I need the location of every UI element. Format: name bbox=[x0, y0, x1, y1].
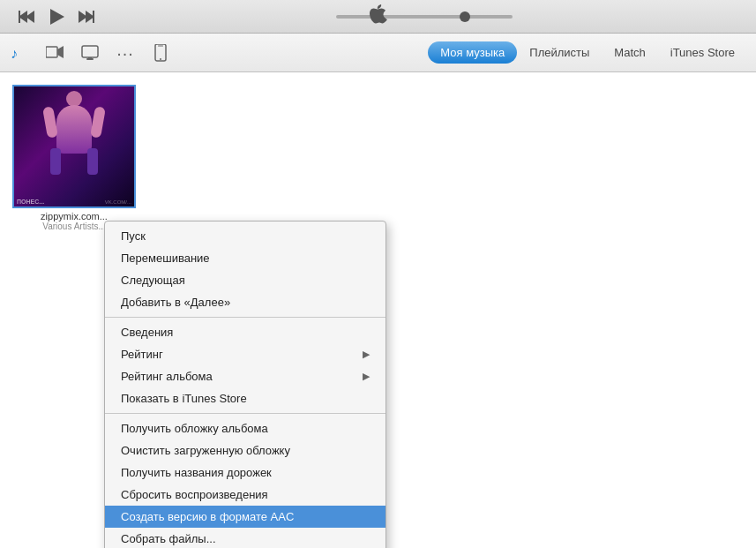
transport-controls bbox=[14, 3, 99, 31]
toolbar-icons: ♪ ··· bbox=[9, 42, 428, 64]
menu-item-next[interactable]: Следующая bbox=[105, 269, 385, 291]
menu-item-label: Пуск bbox=[121, 229, 146, 243]
menu-item-label: Создать версию в формате AAC bbox=[121, 510, 294, 523]
menu-item-shuffle[interactable]: Перемешивание bbox=[105, 247, 385, 269]
album-cover: ПОНЕС... VK.COM/... bbox=[12, 85, 136, 208]
menu-item-label: Перемешивание bbox=[121, 251, 210, 265]
context-menu: ПускПеремешиваниеСледующаяДобавить в «Да… bbox=[104, 221, 386, 548]
menu-item-label: Следующая bbox=[121, 274, 185, 287]
svg-rect-8 bbox=[46, 47, 57, 57]
svg-rect-11 bbox=[86, 58, 94, 60]
device-icon[interactable] bbox=[150, 42, 171, 64]
next-button[interactable] bbox=[74, 4, 99, 29]
submenu-arrow-icon: ▶ bbox=[363, 371, 370, 382]
menu-separator bbox=[105, 317, 385, 318]
progress-container bbox=[301, 15, 548, 19]
menu-item-show-itunes-store[interactable]: Показать в iTunes Store bbox=[105, 387, 385, 409]
svg-marker-9 bbox=[57, 46, 64, 58]
menu-item-label: Получить названия дорожек bbox=[121, 466, 272, 479]
nav-tabs: Моя музыка Плейлисты Match iTunes Store bbox=[428, 41, 747, 64]
menu-item-album-rating[interactable]: Рейтинг альбома▶ bbox=[105, 365, 385, 387]
menu-item-add-to-next[interactable]: Добавить в «Далее» bbox=[105, 291, 385, 313]
menu-item-clear-art[interactable]: Очистить загруженную обложку bbox=[105, 439, 385, 462]
menu-item-info[interactable]: Сведения bbox=[105, 321, 385, 343]
titlebar bbox=[0, 0, 756, 34]
svg-point-14 bbox=[160, 58, 161, 60]
menu-separator bbox=[105, 413, 385, 414]
menu-item-label: Очистить загруженную обложку bbox=[121, 444, 290, 457]
prev-button[interactable] bbox=[14, 4, 39, 29]
svg-rect-2 bbox=[19, 11, 20, 23]
svg-rect-6 bbox=[93, 11, 94, 23]
progress-track[interactable] bbox=[336, 15, 513, 19]
menu-item-rating[interactable]: Рейтинг▶ bbox=[105, 343, 385, 365]
menu-item-get-album-art[interactable]: Получить обложку альбома bbox=[105, 417, 385, 439]
tab-my-music[interactable]: Моя музыка bbox=[428, 41, 517, 64]
menu-item-reset-plays[interactable]: Сбросить воспроизведения bbox=[105, 484, 385, 506]
tab-match[interactable]: Match bbox=[602, 41, 657, 64]
menu-item-label: Сбросить воспроизведения bbox=[121, 488, 268, 501]
menu-item-label: Рейтинг bbox=[121, 348, 163, 361]
video-icon[interactable] bbox=[44, 42, 65, 64]
toolbar: ♪ ··· Моя музыка bbox=[0, 34, 756, 72]
submenu-arrow-icon: ▶ bbox=[363, 349, 370, 360]
more-icon[interactable]: ··· bbox=[115, 42, 136, 64]
menu-item-play[interactable]: Пуск bbox=[105, 225, 385, 247]
svg-rect-15 bbox=[158, 45, 163, 46]
tab-playlists[interactable]: Плейлисты bbox=[517, 41, 602, 64]
tv-icon[interactable] bbox=[79, 42, 101, 64]
menu-item-label: Показать в iTunes Store bbox=[121, 392, 247, 405]
svg-rect-12 bbox=[88, 57, 92, 58]
svg-rect-10 bbox=[82, 46, 98, 57]
menu-item-create-aac[interactable]: Создать версию в формате AAC bbox=[105, 506, 385, 528]
apple-logo bbox=[370, 4, 387, 28]
menu-item-collect-files[interactable]: Собрать файлы... bbox=[105, 528, 385, 548]
tab-itunes-store[interactable]: iTunes Store bbox=[658, 41, 747, 64]
svg-text:♪: ♪ bbox=[11, 46, 18, 61]
menu-item-label: Получить обложку альбома bbox=[121, 422, 268, 435]
main-content: ПОНЕС... VK.COM/... zippymix.com... Vari… bbox=[0, 72, 756, 548]
menu-item-label: Добавить в «Далее» bbox=[121, 296, 230, 309]
music-icon[interactable]: ♪ bbox=[9, 42, 30, 64]
progress-thumb[interactable] bbox=[460, 11, 470, 22]
menu-item-label: Рейтинг альбома bbox=[121, 370, 213, 383]
menu-item-label: Собрать файлы... bbox=[121, 532, 216, 545]
menu-item-label: Сведения bbox=[121, 326, 173, 339]
menu-item-get-track-names[interactable]: Получить названия дорожек bbox=[105, 462, 385, 484]
album-item[interactable]: ПОНЕС... VK.COM/... zippymix.com... Vari… bbox=[12, 85, 136, 231]
play-button[interactable] bbox=[42, 3, 71, 31]
svg-marker-3 bbox=[50, 9, 64, 25]
